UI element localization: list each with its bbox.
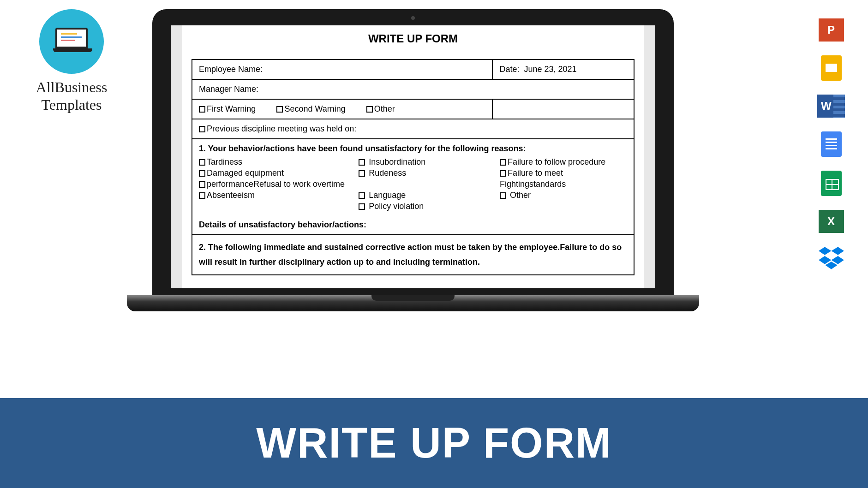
warning-cell: First Warning Second Warning Other bbox=[192, 99, 492, 119]
bottom-title: WRITE UP FORM bbox=[256, 419, 612, 467]
svg-marker-4 bbox=[825, 262, 837, 269]
checkbox-icon bbox=[359, 192, 365, 199]
svg-marker-0 bbox=[819, 247, 832, 255]
reason-tardiness: Tardiness bbox=[207, 157, 242, 167]
bottom-title-bar: WRITE UP FORM bbox=[0, 398, 868, 488]
scroll-edge-left bbox=[171, 25, 182, 288]
checkbox-icon bbox=[199, 126, 205, 132]
checkbox-icon bbox=[359, 159, 365, 166]
screen: WRITE UP FORM Employee Name: Date: June … bbox=[171, 25, 655, 288]
reason-procedure: Failure to follow procedure bbox=[508, 157, 605, 167]
reason-performance: performanceRefusal to work overtime bbox=[207, 179, 345, 189]
file-type-icons bbox=[813, 18, 850, 284]
previous-cell: Previous discipline meeting was held on: bbox=[192, 119, 634, 139]
details-heading: Details of unsatisfactory behavior/actio… bbox=[199, 220, 627, 230]
warning-empty-cell bbox=[492, 99, 634, 119]
reason-fighting: Fightingstandards bbox=[500, 179, 566, 189]
camera-dot bbox=[411, 16, 415, 20]
manager-cell: Manager Name: bbox=[192, 79, 634, 99]
brand-line2: Templates bbox=[41, 96, 102, 113]
checkbox-icon bbox=[199, 192, 205, 199]
checkbox-icon bbox=[359, 203, 365, 210]
reason-damaged: Damaged equipment bbox=[207, 168, 284, 178]
warning3-label: Other bbox=[374, 104, 395, 113]
reason-absenteeism: Absenteeism bbox=[207, 190, 255, 200]
form-title: WRITE UP FORM bbox=[192, 32, 635, 45]
checkbox-icon bbox=[199, 106, 205, 113]
google-docs-icon[interactable] bbox=[821, 131, 842, 157]
laptop-base bbox=[127, 295, 699, 311]
warning2-label: Second Warning bbox=[284, 104, 345, 113]
checkbox-icon bbox=[359, 170, 365, 177]
employee-label: Employee Name: bbox=[199, 65, 263, 74]
section1-heading: 1. Your behavior/actions have been found… bbox=[199, 144, 627, 154]
dropbox-icon[interactable] bbox=[819, 247, 844, 270]
brand-logo-area: AllBusiness Templates bbox=[14, 9, 129, 114]
reason-rudeness: Rudeness bbox=[369, 168, 406, 178]
reason-insubordination: Insubordination bbox=[369, 157, 425, 167]
checkbox-icon bbox=[276, 106, 283, 113]
date-label: Date: bbox=[499, 65, 519, 74]
employee-cell: Employee Name: bbox=[192, 60, 492, 79]
reason-policy: Policy violation bbox=[369, 202, 424, 211]
section2-cell: 2. The following immediate and sustained… bbox=[192, 235, 634, 275]
laptop-mockup: WRITE UP FORM Employee Name: Date: June … bbox=[152, 9, 674, 311]
google-slides-icon[interactable] bbox=[821, 55, 842, 81]
checkbox-icon bbox=[366, 106, 373, 113]
excel-icon[interactable] bbox=[819, 210, 844, 233]
form-table: Employee Name: Date: June 23, 2021 Manag… bbox=[192, 59, 635, 275]
date-value: June 23, 2021 bbox=[524, 65, 576, 74]
laptop-icon bbox=[53, 28, 90, 55]
reason-meet: Failure to meet bbox=[508, 168, 563, 178]
checkbox-icon bbox=[500, 192, 506, 199]
word-icon[interactable] bbox=[817, 95, 845, 118]
powerpoint-icon[interactable] bbox=[819, 18, 844, 42]
reason-language: Language bbox=[369, 190, 406, 200]
previous-label: Previous discipline meeting was held on: bbox=[207, 124, 356, 133]
warning1-label: First Warning bbox=[207, 104, 256, 113]
date-cell: Date: June 23, 2021 bbox=[492, 60, 634, 79]
svg-marker-1 bbox=[831, 247, 844, 255]
checkbox-icon bbox=[199, 181, 205, 188]
checkbox-icon bbox=[199, 159, 205, 166]
brand-name: AllBusiness Templates bbox=[14, 78, 129, 114]
reason-other: Other bbox=[510, 190, 531, 200]
checkbox-icon bbox=[199, 170, 205, 177]
google-sheets-icon[interactable] bbox=[821, 171, 842, 196]
brand-line1: AllBusiness bbox=[36, 79, 108, 95]
scroll-edge-right bbox=[644, 25, 655, 288]
section1-cell: 1. Your behavior/actions have been found… bbox=[192, 139, 634, 235]
checkbox-icon bbox=[500, 159, 506, 166]
section2-text: 2. The following immediate and sustained… bbox=[199, 240, 627, 270]
brand-logo-circle bbox=[39, 9, 104, 74]
manager-label: Manager Name: bbox=[199, 84, 258, 94]
checkbox-icon bbox=[500, 170, 506, 177]
